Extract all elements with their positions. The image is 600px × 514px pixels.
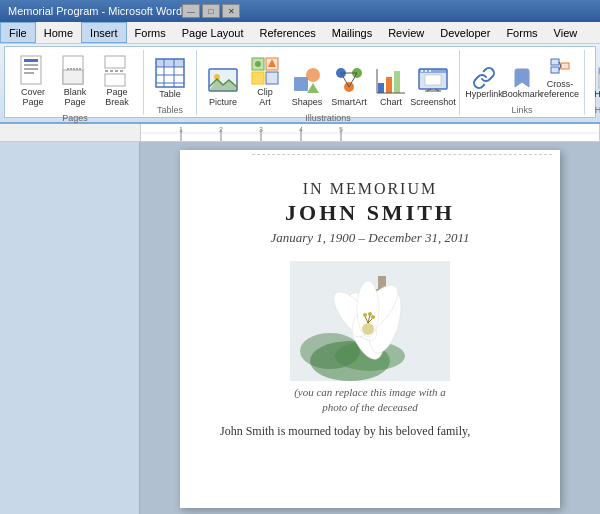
maximize-button[interactable]: □ (202, 4, 220, 18)
doc-title-memorium: IN MEMORIUM (220, 180, 520, 198)
doc-caption-line2: photo of the deceased (322, 401, 418, 413)
title-bar: Memorial Program - Microsoft Word — □ ✕ (0, 0, 600, 22)
page-break-label: PageBreak (105, 88, 129, 108)
menu-insert[interactable]: Insert (81, 22, 127, 43)
tables-buttons: Table (150, 50, 190, 103)
menu-forms2[interactable]: Forms (498, 22, 545, 43)
screenshot-button[interactable]: Screenshot (413, 62, 453, 111)
clip-art-icon (249, 55, 281, 87)
header-footer-buttons: Header Fo... (591, 50, 600, 103)
svg-text:3: 3 (259, 126, 263, 133)
picture-button[interactable]: Picture (203, 62, 243, 111)
header-button[interactable]: Header (591, 63, 600, 103)
cover-page-icon (17, 55, 49, 87)
doc-title-name: JOHN SMITH (220, 200, 520, 226)
doc-caption: (you can replace this image with a photo… (294, 385, 446, 416)
header-indicator (252, 154, 552, 155)
document-page: IN MEMORIUM JOHN SMITH January 1, 1900 –… (180, 150, 560, 508)
svg-rect-51 (561, 63, 569, 69)
links-group-label: Links (511, 105, 532, 115)
menu-home[interactable]: Home (36, 22, 81, 43)
screenshot-label: Screenshot (410, 98, 456, 108)
menu-forms[interactable]: Forms (127, 22, 174, 43)
svg-rect-3 (24, 68, 38, 70)
cross-reference-button[interactable]: Cross-reference (542, 53, 578, 103)
title-bar-buttons: — □ ✕ (182, 4, 240, 18)
clip-art-label: ClipArt (257, 88, 273, 108)
menu-view[interactable]: View (546, 22, 586, 43)
menu-review[interactable]: Review (380, 22, 432, 43)
hyperlink-button[interactable]: Hyperlink (466, 63, 502, 103)
blank-page-button[interactable]: BlankPage (55, 52, 95, 111)
svg-rect-8 (105, 56, 125, 68)
shapes-icon (291, 65, 323, 97)
sidebar-panel (0, 142, 140, 514)
ribbon-group-header-footer: Header Fo... (587, 50, 600, 115)
cross-reference-label: Cross-reference (541, 80, 579, 100)
svg-rect-4 (24, 72, 34, 74)
svg-point-92 (363, 313, 367, 317)
svg-rect-26 (294, 77, 308, 91)
menu-file[interactable]: File (0, 22, 36, 43)
svg-point-44 (429, 70, 431, 72)
svg-text:1: 1 (179, 126, 183, 133)
svg-rect-23 (266, 72, 278, 84)
svg-point-93 (368, 312, 372, 316)
menu-mailings[interactable]: Mailings (324, 22, 380, 43)
document-scroll-area[interactable]: IN MEMORIUM JOHN SMITH January 1, 1900 –… (140, 142, 600, 514)
svg-point-43 (425, 70, 427, 72)
menu-bar: File Home Insert Forms Page Layout Refer… (0, 22, 600, 44)
picture-icon (207, 65, 239, 97)
svg-rect-2 (24, 64, 38, 66)
doc-image[interactable] (290, 261, 450, 381)
doc-image-container: (you can replace this image with a photo… (220, 261, 520, 416)
hyperlink-icon (472, 66, 496, 90)
shapes-label: Shapes (292, 98, 323, 108)
svg-point-42 (421, 70, 423, 72)
svg-rect-1 (24, 59, 38, 62)
chart-icon (375, 65, 407, 97)
pages-group-label: Pages (62, 113, 88, 123)
svg-rect-49 (551, 59, 559, 65)
bookmark-button[interactable]: Bookmark (504, 63, 540, 103)
header-label: Header (594, 90, 600, 100)
table-label: Table (159, 90, 181, 100)
svg-point-94 (371, 315, 375, 319)
svg-point-24 (255, 61, 261, 67)
table-button[interactable]: Table (150, 54, 190, 103)
svg-rect-45 (425, 75, 441, 85)
doc-body-text[interactable]: John Smith is mourned today by his belov… (220, 424, 520, 439)
chart-button[interactable]: Chart (371, 62, 411, 111)
ribbon-content: CoverPage BlankPage (4, 46, 596, 118)
svg-rect-37 (394, 71, 400, 93)
page-break-button[interactable]: PageBreak (97, 52, 137, 111)
svg-text:4: 4 (299, 126, 303, 133)
svg-point-27 (306, 68, 320, 82)
doc-caption-line1: (you can replace this image with a (294, 386, 446, 398)
svg-rect-50 (551, 67, 559, 73)
svg-text:2: 2 (219, 126, 223, 133)
ribbon-group-pages: CoverPage BlankPage (9, 50, 144, 115)
menu-references[interactable]: References (252, 22, 324, 43)
illustrations-group-label: Illustrations (305, 113, 351, 123)
bookmark-label: Bookmark (502, 90, 543, 100)
close-button[interactable]: ✕ (222, 4, 240, 18)
smartart-button[interactable]: SmartArt (329, 62, 369, 111)
table-icon (154, 57, 186, 89)
doc-title-dates: January 1, 1900 – December 31, 2011 (220, 230, 520, 246)
minimize-button[interactable]: — (182, 4, 200, 18)
svg-rect-41 (419, 69, 447, 73)
shapes-button[interactable]: Shapes (287, 62, 327, 111)
illustrations-buttons: Picture ClipArt (203, 50, 453, 111)
cover-page-button[interactable]: CoverPage (13, 52, 53, 111)
smartart-icon (333, 65, 365, 97)
menu-page-layout[interactable]: Page Layout (174, 22, 252, 43)
clip-art-button[interactable]: ClipArt (245, 52, 285, 111)
pages-buttons: CoverPage BlankPage (13, 50, 137, 111)
cover-page-label: CoverPage (21, 88, 45, 108)
document-area: IN MEMORIUM JOHN SMITH January 1, 1900 –… (0, 142, 600, 514)
svg-rect-22 (252, 72, 264, 84)
menu-developer[interactable]: Developer (432, 22, 498, 43)
ribbon-group-tables: Table Tables (146, 50, 197, 115)
ruler: 1 2 3 4 5 (0, 124, 600, 142)
